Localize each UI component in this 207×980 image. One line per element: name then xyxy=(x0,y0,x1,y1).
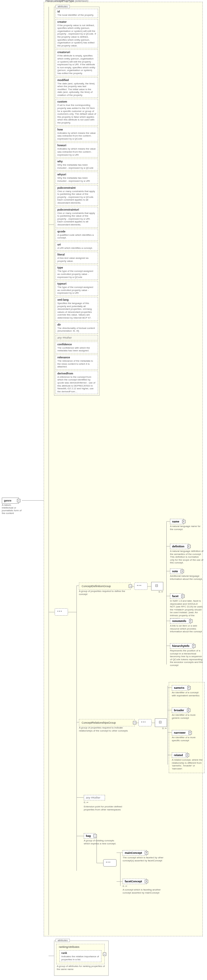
element-facet[interactable]: facet+ xyxy=(170,593,183,599)
expand-icon[interactable]: + xyxy=(187,545,191,548)
el-name: definition xyxy=(172,545,185,548)
group-concept-relationships[interactable]: ConceptRelationshipsGroup − xyxy=(79,719,135,726)
el-doc: A related concept, where the relationshi… xyxy=(172,759,203,770)
attr-custom: customIf set to true the corresponding p… xyxy=(56,99,98,125)
attr-name: how xyxy=(57,128,96,131)
root-element[interactable]: genre − xyxy=(2,498,19,504)
attr-name: id xyxy=(57,10,96,13)
attr-literal: literalA free-text value assigned as pro… xyxy=(56,252,98,264)
attr-doc: Why the metadata has been included - exp… xyxy=(57,177,96,182)
el-name: note xyxy=(172,570,178,573)
attr-name: type xyxy=(57,266,96,269)
attr-name: custom xyxy=(57,100,96,103)
attr-name: derivedfrom xyxy=(57,372,96,375)
expand-icon[interactable]: − xyxy=(103,952,106,956)
connector xyxy=(116,853,123,853)
element-note[interactable]: note+ xyxy=(170,569,182,574)
sequence-connector xyxy=(134,582,148,590)
expand-icon[interactable]: + xyxy=(181,595,185,598)
attr-name: relevance xyxy=(57,356,96,359)
expand-icon[interactable]: + xyxy=(188,731,192,735)
el-doc: An identifier of a more specific concept xyxy=(172,736,203,742)
element-definition[interactable]: definition+ xyxy=(170,544,189,549)
element-any-other[interactable]: any ##other xyxy=(84,795,105,800)
attr-name: rank xyxy=(61,951,100,955)
connector xyxy=(22,500,44,501)
connector xyxy=(166,596,170,596)
el-name: broader xyxy=(174,709,184,712)
el-doc: A link to an item or a web resource whic… xyxy=(170,624,203,633)
expand-icon[interactable]: + xyxy=(186,754,189,757)
el-name: sameAs xyxy=(174,686,185,689)
attr-doc: The confidence with which the metadata h… xyxy=(57,347,96,352)
expand-icon[interactable]: + xyxy=(187,686,191,690)
sequence-connector xyxy=(103,859,116,867)
attributes-box: attributes idThe local identifier of the… xyxy=(54,7,100,396)
attr-creator: creatorIf the property value is not defi… xyxy=(56,19,98,49)
attr-how: howIndicates by which means the value wa… xyxy=(56,127,98,142)
expand-icon[interactable]: + xyxy=(187,709,190,712)
expand-icon[interactable]: + xyxy=(182,520,185,523)
element-broader[interactable]: broader+ xyxy=(172,708,189,713)
expand-icon[interactable]: − xyxy=(94,834,97,838)
connector xyxy=(131,586,134,587)
connector xyxy=(49,956,54,956)
ranking-group-doc: A group of attributes for ranking proper… xyxy=(57,965,106,970)
attr-derivedfrom: derivedfromA reference to the concept fr… xyxy=(56,371,98,395)
expand-icon[interactable]: + xyxy=(145,880,148,883)
attr-doc: One or many constraints that apply to pu… xyxy=(57,212,96,226)
el-doc: A natural language definition of the sem… xyxy=(170,550,203,564)
attr-pubconstrainturi: pubconstrainturiOne or many constraints … xyxy=(56,207,98,228)
connector xyxy=(166,646,170,646)
attr-type: typeThe type of the concept assigned as … xyxy=(56,265,98,280)
choice-connector: 0..∞ xyxy=(151,582,163,590)
element-hierarchyinfo[interactable]: hierarchyInfo+ xyxy=(170,643,194,649)
attr-name: literal xyxy=(57,253,96,256)
attr-name: why xyxy=(57,160,96,163)
attr-doc: One or many constraints that apply to pu… xyxy=(57,190,96,205)
attr-doc: Why the metadata has been included - exp… xyxy=(57,164,96,169)
el-doc: A group of existing concepts which expre… xyxy=(84,839,120,845)
el-name: any ##other xyxy=(86,796,100,799)
attr-name: xml:lang xyxy=(57,298,96,301)
element-facet-concept[interactable]: facetConcept + xyxy=(123,879,146,884)
connector xyxy=(166,621,170,621)
attr-why: whyWhy the metadata has been included - … xyxy=(56,159,98,170)
attr-name: any ##other xyxy=(57,336,96,339)
attr-doc: The relevance of the metadata to the new… xyxy=(57,360,96,368)
attributes-box-bottom: attributes rankingAttributes − rank Indi… xyxy=(54,940,109,976)
element-sameas[interactable]: sameAs+ xyxy=(172,685,189,690)
expand-icon[interactable]: + xyxy=(181,570,184,573)
expand-icon[interactable]: + xyxy=(145,851,148,855)
connector xyxy=(167,732,172,733)
attr-doc: If the property value is not defined, sp… xyxy=(57,24,96,47)
connector xyxy=(166,522,167,665)
diagram-root: genre − A nature, intellectual or journa… xyxy=(0,0,207,980)
group-doc: A group of properties required to indica… xyxy=(79,726,135,732)
expand-icon[interactable]: + xyxy=(189,620,193,623)
expand-icon[interactable]: − xyxy=(17,499,20,503)
el-name: facet xyxy=(172,595,178,598)
element-related[interactable]: related+ xyxy=(172,752,188,758)
attr-howuri: howuriIndicates by which means the value… xyxy=(56,143,98,158)
attr-doc: The type of the concept assigned as cont… xyxy=(57,270,96,278)
group-concept-definition[interactable]: ConceptDefinitionGroup − xyxy=(79,582,131,590)
attr-whyuri: whyuriWhy the metadata has been included… xyxy=(56,172,98,184)
element-name[interactable]: name+ xyxy=(170,519,184,524)
el-doc: The concept which is faceted by other co… xyxy=(123,856,165,862)
attr-name: typeuri xyxy=(57,282,96,285)
expand-icon[interactable]: + xyxy=(192,644,196,648)
attr-name: dir xyxy=(57,323,96,326)
attr-name: pubconstraint xyxy=(57,186,96,189)
element-bag[interactable]: bag − xyxy=(84,833,95,838)
group-ranking-attributes[interactable]: rankingAttributes − rank Indicates the r… xyxy=(56,944,105,964)
attr-modified: modifiedThe date (and, optionally, the t… xyxy=(56,77,98,98)
attr-doc: If the attribute is empty, specifies whi… xyxy=(57,54,96,75)
element-narrower[interactable]: narrower+ xyxy=(172,730,190,735)
element-remoteinfo[interactable]: remoteInfo+ xyxy=(170,618,191,624)
element-main-concept[interactable]: mainConcept + xyxy=(123,850,146,856)
attr-name: modified xyxy=(57,79,96,82)
group-name: ConceptRelationshipsGroup xyxy=(82,721,116,724)
attr-doc: The local identifier of the property. xyxy=(57,14,96,17)
connector xyxy=(167,755,172,755)
